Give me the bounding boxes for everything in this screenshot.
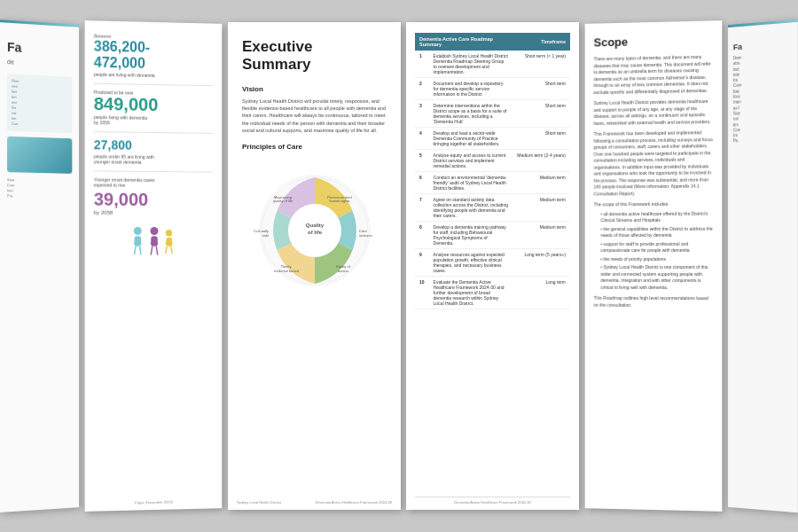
scope-body-3: This Framework has been developed and im… [594, 129, 714, 197]
svg-text:safe: safe [262, 233, 269, 238]
far-right-body: DemstrafaciintetraCarebasKnomanas fSupca… [733, 52, 793, 145]
table-header-col2: Timeframe [512, 33, 570, 51]
row-text: Develop and lead a sector-wide Dementia … [429, 128, 513, 150]
page-left: Between 386,200-472,000 people are livin… [85, 20, 223, 512]
page-scope: Scope There are many types of dementia, … [585, 20, 723, 512]
svg-point-12 [165, 230, 171, 237]
row-text: Agree on standard activity data collecti… [429, 194, 513, 222]
row-timeframe: Long term (5 years+) [512, 249, 570, 277]
row-number: 1 [415, 51, 429, 78]
vision-heading: Vision [242, 85, 387, 93]
table-row: 9 Analyse resources against expected pop… [415, 249, 570, 277]
row-timeframe: Short term (< 1 year) [512, 51, 570, 78]
stat4-by: by 2058 [94, 209, 214, 215]
row-timeframe: Medium term [512, 194, 570, 222]
table-row: 2 Document and develop a repository for … [415, 78, 570, 100]
scope-footer: This Roadmap outlines high level recomme… [594, 295, 714, 309]
row-number: 6 [415, 172, 429, 194]
stat2: 849,000 [94, 95, 214, 114]
row-number: 2 [415, 78, 429, 100]
stat4: 39,000 [94, 189, 214, 210]
principles-heading: Principles of Care [242, 143, 387, 151]
row-text: Document and develop a repository for de… [429, 78, 513, 100]
row-text: Determine interventions within the Distr… [429, 100, 513, 128]
table-footer: Dementia Active Healthcare Framework 202… [415, 497, 570, 505]
row-number: 7 [415, 194, 429, 222]
spread-container: Fa de DemstrafacibetaccSucartimCon SearC… [9, 13, 789, 519]
row-timeframe: Long term [512, 277, 570, 309]
row-timeframe: Medium term (2-4 years) [512, 150, 570, 172]
row-text: Develop a dementia training pathway for … [429, 222, 513, 249]
table-row: 10 Evaluate the Dementia Active Healthca… [415, 277, 570, 309]
scope-bullet-5: • Sydney Local Health District is one co… [600, 264, 713, 291]
table-row: 7 Agree on standard activity data collec… [415, 194, 570, 222]
svg-line-10 [151, 246, 152, 254]
scope-bullet-4: • the needs of priority populations [600, 255, 713, 262]
row-text: Analyse equity and access to current Dis… [429, 150, 513, 172]
scope-bullet-2: • the general capabilities within the Di… [600, 225, 713, 239]
row-timeframe: Medium term [512, 172, 570, 194]
stat2-desc: people living with dementiaby 2058 [94, 114, 214, 128]
vision-text: Sydney Local Health District will provid… [242, 98, 387, 134]
row-timeframe: Short term [512, 128, 570, 150]
table-row: 5 Analyse equity and access to current D… [415, 150, 570, 172]
scope-body-2: Sydney Local Health District provides de… [594, 98, 714, 127]
row-number: 10 [415, 277, 429, 309]
svg-text:quality of life: quality of life [272, 199, 293, 203]
page-roadmap: Dementia Active Care Roadmap Summary Tim… [406, 22, 579, 510]
far-right-title: Fa [733, 38, 793, 51]
svg-line-11 [156, 246, 157, 254]
row-timeframe: Short term [512, 78, 570, 100]
illustration [94, 220, 214, 264]
principles-pie-chart: Quality of life Person-centred human rig… [242, 160, 387, 301]
svg-text:human rights: human rights [329, 199, 349, 203]
svg-line-17 [170, 246, 171, 253]
row-timeframe: Short term [512, 100, 570, 128]
row-number: 8 [415, 222, 429, 249]
scope-body-1: There are many types of dementia, and th… [594, 54, 714, 97]
row-number: 9 [415, 249, 429, 277]
svg-point-0 [133, 227, 141, 235]
roadmap-table: Dementia Active Care Roadmap Summary Tim… [415, 33, 570, 309]
row-text: Analyse resources against expected popul… [429, 249, 513, 277]
table-row: 6 Conduct an environmental 'dementia-fri… [415, 172, 570, 194]
far-left-subtitle: de [7, 59, 14, 65]
table-header-col1: Dementia Active Care Roadmap Summary [415, 33, 512, 51]
scope-bullet-3: • support for staff to provide professio… [600, 240, 713, 254]
footer-right: Dementia Active Healthcare Framework 202… [316, 500, 392, 505]
stat1: 386,200-472,000 [94, 38, 214, 72]
table-row: 3 Determine interventions within the Dis… [415, 100, 570, 128]
table-row: 4 Develop and lead a sector-wide Dementi… [415, 128, 570, 150]
svg-text:inclusion: inclusion [359, 233, 373, 238]
page-footer: Paper (November 2023) [85, 498, 223, 506]
svg-text:of life: of life [308, 230, 323, 235]
row-timeframe: Medium term [512, 222, 570, 249]
row-number: 5 [415, 150, 429, 172]
younger-label: Younger onset dementia casesexpected to … [94, 176, 214, 188]
stat3-desc: people under 65 are living withyounger o… [94, 153, 214, 166]
page-executive-summary: ExecutiveSummary Vision Sydney Local Hea… [228, 22, 401, 510]
footer-left: Sydney Local Health District [237, 500, 281, 505]
row-text: Conduct an environmental 'dementia-frien… [429, 172, 513, 194]
svg-line-5 [139, 246, 141, 254]
page-far-right: Fa DemstrafaciintetraCarebasKnomanas fSu… [728, 20, 798, 512]
exec-summary-title: ExecutiveSummary [242, 38, 387, 74]
scope-title: Scope [594, 33, 714, 49]
scope-body-4: The scope of this Framework includes: [594, 201, 714, 208]
svg-point-6 [150, 227, 158, 235]
table-row: 8 Develop a dementia training pathway fo… [415, 222, 570, 249]
row-text: Evaluate the Dementia Active Healthcare … [429, 277, 513, 309]
stat1-desc: people are living with dementia [94, 72, 214, 80]
svg-text:access: access [337, 269, 348, 273]
stat3: 27,800 [94, 137, 214, 153]
scope-bullet-1: • all dementia active healthcare offered… [600, 210, 713, 224]
row-text: Establish Sydney Local Health District D… [429, 51, 513, 78]
row-number: 3 [415, 100, 429, 128]
far-left-title: Fa [7, 40, 21, 55]
svg-text:Quality: Quality [305, 223, 324, 228]
row-number: 4 [415, 128, 429, 150]
page-far-left: Fa de DemstrafacibetaccSucartimCon SearC… [0, 20, 79, 512]
table-row: 1 Establish Sydney Local Health District… [415, 51, 570, 78]
svg-line-4 [134, 246, 136, 254]
svg-line-16 [165, 246, 166, 253]
